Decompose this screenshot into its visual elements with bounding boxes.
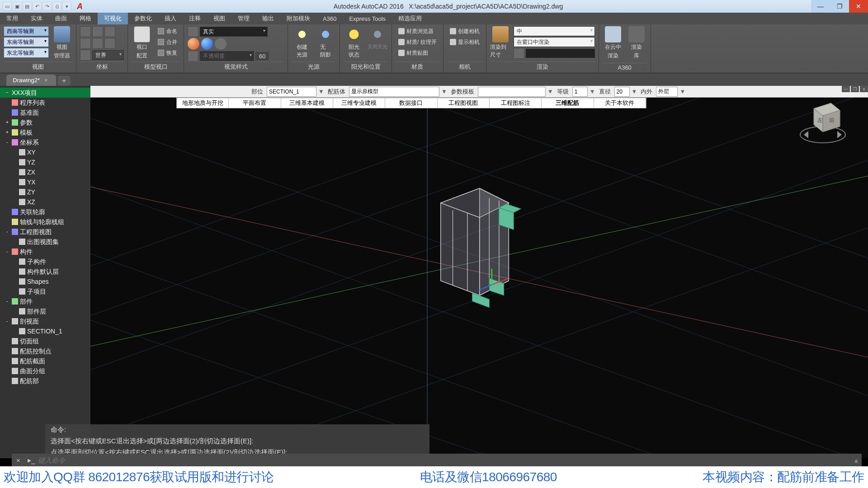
- tree-node[interactable]: 关联轮廓: [0, 207, 90, 217]
- file-tab-drawing2[interactable]: Drawing2*×: [6, 75, 56, 86]
- qat-new-icon[interactable]: ▭: [3, 2, 12, 11]
- tree-child[interactable]: SECTION_1: [0, 326, 90, 336]
- viewport-named-button[interactable]: 命名: [155, 26, 180, 36]
- sphere-blue-icon[interactable]: [201, 38, 213, 50]
- vp-max-icon[interactable]: ❐: [851, 86, 859, 92]
- viewport-config-button[interactable]: 视口配置: [132, 26, 152, 60]
- no-shadow-button[interactable]: 无 阴影: [315, 26, 336, 59]
- ucs-btn-1[interactable]: [80, 26, 91, 37]
- tree-node[interactable]: -剖视面: [0, 316, 90, 326]
- qat-undo-icon[interactable]: ↶: [33, 2, 42, 11]
- add-file-tab-button[interactable]: +: [58, 76, 71, 86]
- ucs-btn-2[interactable]: [92, 26, 103, 37]
- tree-root[interactable]: −XXX项目: [0, 88, 90, 98]
- plugin-tab[interactable]: 关于本软件: [594, 98, 646, 108]
- cloud-render-button[interactable]: 在云中渲染: [603, 26, 623, 60]
- ucs-btn-5[interactable]: [92, 38, 103, 49]
- menu-tab[interactable]: 视图: [207, 13, 231, 24]
- render-quality-dropdown[interactable]: 中: [514, 26, 595, 36]
- tb2-level-value[interactable]: [572, 87, 588, 97]
- render-library-button[interactable]: 渲染库: [626, 26, 647, 60]
- plugin-tab[interactable]: 工程图视图: [438, 98, 490, 108]
- tree-node[interactable]: -工程图视图: [0, 227, 90, 237]
- material-texture-button[interactable]: 材质/ 纹理开: [396, 37, 439, 47]
- qat-open-icon[interactable]: ▣: [13, 2, 22, 11]
- tree-node[interactable]: 曲面分组: [0, 366, 90, 376]
- cmd-chevron-icon[interactable]: ▸_: [25, 456, 38, 465]
- qat-redo-icon[interactable]: ↷: [42, 2, 52, 11]
- cmd-expand-icon[interactable]: ▴: [851, 456, 862, 465]
- viewcube[interactable]: 左 前: [796, 95, 850, 149]
- visual-style-dropdown[interactable]: 真实: [200, 27, 268, 37]
- tree-node[interactable]: +模板: [0, 127, 90, 137]
- plugin-tab[interactable]: 三维配筋: [542, 98, 594, 108]
- menu-tab[interactable]: Express Tools: [343, 14, 392, 24]
- ucs-btn-7[interactable]: [80, 50, 91, 61]
- tree-node[interactable]: 基准面: [0, 108, 90, 117]
- create-camera-button[interactable]: 创建相机: [447, 26, 482, 36]
- tree-child[interactable]: XY: [0, 147, 90, 157]
- vp-min-icon[interactable]: —: [842, 86, 850, 92]
- ucs-world-dropdown[interactable]: 世界: [92, 50, 124, 60]
- qat-save-icon[interactable]: ▤: [23, 2, 32, 11]
- tree-node[interactable]: 轴线与轮廓线组: [0, 217, 90, 227]
- skylight-off-button[interactable]: 关闭天光: [367, 26, 388, 50]
- qat-more-icon[interactable]: ▾: [62, 2, 71, 11]
- close-button[interactable]: ✕: [849, 0, 868, 13]
- vs-icon[interactable]: [188, 26, 198, 37]
- sun-state-button[interactable]: 阳光 状态: [344, 26, 364, 59]
- plugin-tab[interactable]: 三维基本建模: [281, 98, 333, 108]
- ucs-btn-3[interactable]: [104, 26, 115, 37]
- app-logo-icon[interactable]: A: [77, 2, 83, 11]
- tb2-part-value[interactable]: [267, 87, 316, 97]
- menu-tab[interactable]: 参数化: [128, 13, 158, 24]
- minimize-button[interactable]: —: [811, 0, 830, 13]
- plugin-tab[interactable]: 平面布置: [229, 98, 281, 108]
- render-to-size-button[interactable]: 渲染到尺寸: [490, 26, 511, 59]
- cmd-close-icon[interactable]: ×: [12, 456, 25, 464]
- material-browser-button[interactable]: 材质浏览器: [396, 26, 439, 36]
- sphere-gray-icon[interactable]: [215, 38, 226, 50]
- tree-node[interactable]: 配筋部: [0, 376, 90, 386]
- menu-tab[interactable]: 输出: [256, 13, 280, 24]
- material-stickers-button[interactable]: 材质贴图: [396, 48, 439, 58]
- menu-tab[interactable]: 插入: [158, 13, 183, 24]
- menu-tab[interactable]: 常用: [0, 13, 24, 24]
- show-camera-button[interactable]: 显示相机: [447, 37, 482, 47]
- ucs-btn-4[interactable]: [80, 38, 91, 49]
- tree-child[interactable]: ZX: [0, 167, 90, 177]
- plugin-tab[interactable]: 工程图标注: [490, 98, 542, 108]
- menu-tab[interactable]: 网格: [73, 13, 98, 24]
- view-se-isometric[interactable]: 东南等轴测: [4, 37, 49, 47]
- tree-child[interactable]: 出图视图集: [0, 237, 90, 247]
- opacity-icon[interactable]: [188, 51, 198, 61]
- menu-tab[interactable]: 管理: [231, 13, 256, 24]
- menu-tab[interactable]: 附加模块: [280, 13, 316, 24]
- tree-child[interactable]: ZY: [0, 187, 90, 197]
- tree-child[interactable]: 子构件: [0, 257, 90, 267]
- menu-tab[interactable]: 曲面: [49, 13, 73, 24]
- menu-tab[interactable]: 精选应用: [392, 13, 428, 24]
- tree-child[interactable]: 子项目: [0, 286, 90, 296]
- tb2-rebar-value[interactable]: [349, 87, 439, 97]
- tree-node[interactable]: 配筋控制点: [0, 346, 90, 356]
- tree-node[interactable]: -构件: [0, 247, 90, 257]
- tree-node[interactable]: +参数: [0, 117, 90, 127]
- create-light-button[interactable]: 创建 光源: [292, 26, 312, 59]
- tree-node[interactable]: 切面组: [0, 336, 90, 346]
- tb2-tmpl-value[interactable]: [478, 87, 546, 97]
- sphere-orange-icon[interactable]: [188, 38, 199, 50]
- menu-tab[interactable]: 实体: [24, 13, 49, 24]
- menu-tab[interactable]: A360: [316, 14, 343, 24]
- tree-child[interactable]: 部件层: [0, 306, 90, 316]
- project-tree[interactable]: −XXX项目 程序列表基准面+参数+模板-坐标系XYYZZXYXZYXZ关联轮廓…: [0, 86, 90, 458]
- tree-child[interactable]: YX: [0, 177, 90, 187]
- viewport-merge-button[interactable]: 合并: [155, 37, 180, 47]
- view-manager-button[interactable]: 视图管理器: [52, 26, 72, 60]
- tree-node[interactable]: 配筋截面: [0, 356, 90, 366]
- tree-node[interactable]: -部件: [0, 296, 90, 306]
- tree-child[interactable]: Shapes: [0, 277, 90, 286]
- vp-close-icon[interactable]: x: [860, 86, 868, 92]
- plugin-tab[interactable]: 三维专业建模: [333, 98, 385, 108]
- render-target-dropdown[interactable]: 在窗口中渲染: [514, 37, 595, 47]
